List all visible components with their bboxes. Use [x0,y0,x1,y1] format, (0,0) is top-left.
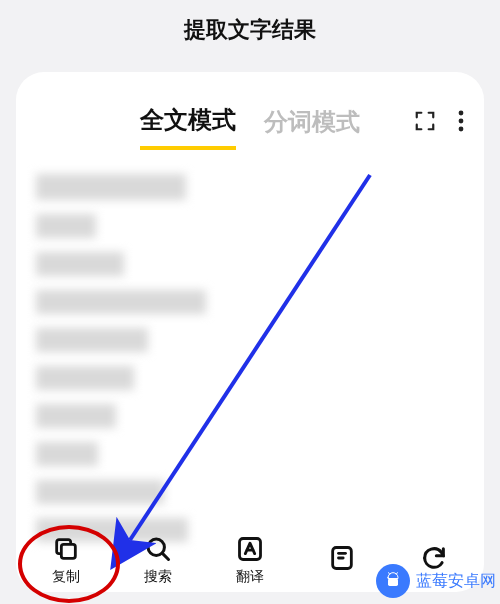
watermark-text: 蓝莓安卓网 [416,571,496,592]
translate-icon [235,534,265,564]
svg-point-1 [459,119,464,124]
svg-point-12 [390,576,392,578]
text-line [36,404,116,428]
copy-button[interactable]: 复制 [22,534,110,586]
copy-icon [51,534,81,564]
more-vertical-icon[interactable] [458,110,464,136]
tab-segment-mode[interactable]: 分词模式 [264,106,360,148]
svg-point-0 [459,111,464,116]
watermark: 蓝莓安卓网 [376,564,496,598]
tabs: 全文模式 分词模式 [36,104,464,150]
android-icon [376,564,410,598]
svg-rect-11 [388,579,398,587]
extracted-text-body [36,172,464,556]
title-bar: 提取文字结果 [0,0,500,60]
text-line [36,442,98,466]
text-line [36,480,164,504]
copy-label: 复制 [52,568,80,586]
note-button[interactable] [298,534,386,586]
translate-button[interactable]: 翻译 [206,534,294,586]
svg-rect-3 [61,544,75,558]
result-card: 全文模式 分词模式 复制 [16,72,484,592]
text-line [36,174,186,200]
tab-full-mode[interactable]: 全文模式 [140,104,236,150]
page-title: 提取文字结果 [184,15,316,45]
svg-line-5 [162,553,168,559]
note-icon [327,543,357,573]
search-button[interactable]: 搜索 [114,534,202,586]
svg-point-13 [394,576,396,578]
text-line [36,290,206,314]
fullscreen-icon[interactable] [414,110,436,136]
text-line [36,366,134,390]
translate-label: 翻译 [236,568,264,586]
svg-point-2 [459,127,464,132]
search-label: 搜索 [144,568,172,586]
text-line [36,214,96,238]
text-line [36,252,124,276]
search-icon [143,534,173,564]
text-line [36,328,148,352]
tab-right-controls [414,110,464,136]
